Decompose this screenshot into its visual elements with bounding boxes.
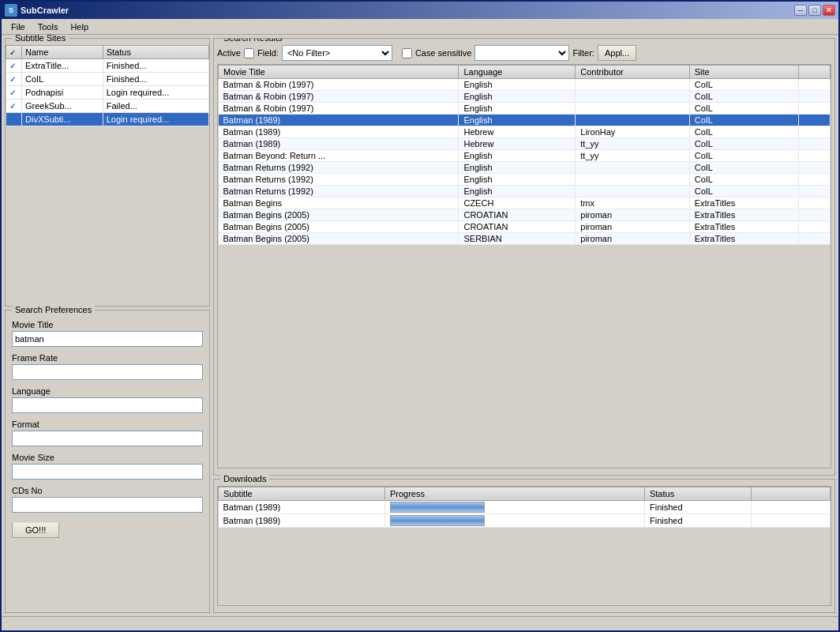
result-title: Batman Begins (2005) [219, 209, 459, 221]
result-title: Batman Begins [219, 198, 459, 209]
col-language: Language [459, 66, 576, 79]
search-results-group: Search Results Active Field: <No Filter>… [213, 38, 835, 476]
download-row[interactable]: Batman (1989) Finished [219, 514, 831, 528]
go-button[interactable]: GO!!! [12, 522, 59, 538]
subtitle-sites-group: Subtitle Sites ✓ Name Status [5, 38, 210, 307]
search-results-title: Search Results [220, 38, 286, 43]
result-language: CROATIAN [459, 209, 576, 221]
col-site: Site [689, 66, 798, 79]
close-button[interactable]: ✕ [823, 5, 835, 16]
sites-row[interactable]: ✓ ExtraTitle... Finished... [6, 59, 209, 73]
active-label: Active [217, 48, 241, 58]
result-site: CoIL [689, 150, 798, 162]
result-language: Hebrew [459, 138, 576, 150]
case-sensitive-checkbox[interactable] [402, 48, 412, 58]
result-row[interactable]: Batman Returns (1992) English CoIL [219, 186, 831, 198]
col-status: Status [103, 46, 208, 59]
active-checkbox[interactable] [244, 48, 254, 58]
result-row[interactable]: Batman (1989) English CoIL [219, 115, 831, 126]
result-site: CoIL [689, 79, 798, 91]
result-language: English [459, 115, 576, 126]
site-name: DivXSubti... [22, 113, 103, 126]
download-status: Finished [644, 514, 751, 528]
result-contributor: tt_yy [576, 150, 689, 162]
sites-row[interactable]: ✓ Podnapisi Login required... [6, 86, 209, 100]
result-extra [799, 233, 831, 245]
maximize-button[interactable]: □ [808, 5, 821, 16]
downloads-table-container[interactable]: Subtitle Progress Status Batman (1989) F… [217, 486, 831, 606]
result-row[interactable]: Batman Begins (2005) SERBIAN piroman Ext… [219, 233, 831, 245]
frame-rate-input[interactable] [12, 364, 203, 380]
result-extra [799, 209, 831, 221]
result-row[interactable]: Batman Begins (2005) CROATIAN piroman Ex… [219, 209, 831, 221]
frame-rate-label: Frame Rate [12, 353, 203, 363]
result-row[interactable]: Batman & Robin (1997) English CoIL [219, 91, 831, 103]
movie-size-label: Movie Size [12, 453, 203, 462]
result-language: Hebrew [459, 126, 576, 138]
menu-bar: File Tools Help [2, 19, 838, 35]
result-row[interactable]: Batman (1989) Hebrew tt_yy CoIL [219, 138, 831, 150]
result-language: SERBIAN [459, 233, 576, 245]
case-filter-select[interactable] [474, 45, 569, 61]
col-name: Name [22, 46, 103, 59]
results-table-container[interactable]: Movie Title Language Contributor Site Ba… [217, 64, 831, 468]
result-extra [799, 79, 831, 91]
result-row[interactable]: Batman Returns (1992) English CoIL [219, 174, 831, 186]
result-row[interactable]: Batman Begins CZECH tmx ExtraTitles [219, 198, 831, 209]
download-extra [752, 501, 831, 514]
col-subtitle: Subtitle [219, 487, 385, 501]
result-site: CoIL [689, 162, 798, 174]
movie-title-input[interactable] [12, 331, 203, 347]
col-contributor: Contributor [576, 66, 689, 79]
apply-filter-button[interactable]: Appl... [598, 45, 636, 61]
result-title: Batman & Robin (1997) [219, 79, 459, 91]
result-contributor: piroman [576, 221, 689, 233]
result-row[interactable]: Batman Returns (1992) English CoIL [219, 162, 831, 174]
downloads-group: Downloads Subtitle Progress Status [213, 479, 835, 613]
result-contributor: tmx [576, 198, 689, 209]
result-row[interactable]: Batman & Robin (1997) English CoIL [219, 79, 831, 91]
movie-size-input[interactable] [12, 464, 203, 480]
result-row[interactable]: Batman & Robin (1997) English CoIL [219, 103, 831, 115]
download-subtitle: Batman (1989) [219, 501, 385, 514]
result-row[interactable]: Batman (1989) Hebrew LironHay CoIL [219, 126, 831, 138]
col-movie-title: Movie Title [219, 66, 459, 79]
language-input[interactable] [12, 397, 203, 413]
cds-no-label: CDs No [12, 486, 203, 495]
search-prefs-title: Search Preferences [12, 305, 95, 314]
menu-file[interactable]: File [5, 21, 32, 33]
result-language: English [459, 150, 576, 162]
result-row[interactable]: Batman Begins (2005) CROATIAN piroman Ex… [219, 221, 831, 233]
main-window: S SubCrawler ─ □ ✕ File Tools Help Subti… [0, 0, 840, 632]
result-title: Batman (1989) [219, 126, 459, 138]
download-row[interactable]: Batman (1989) Finished [219, 501, 831, 514]
menu-tools[interactable]: Tools [32, 21, 65, 33]
cds-no-input[interactable] [12, 497, 203, 513]
frame-rate-group: Frame Rate [12, 353, 203, 380]
result-contributor: piroman [576, 233, 689, 245]
site-name: CoIL [22, 73, 103, 86]
field-label: Field: [257, 48, 279, 58]
result-title: Batman Returns (1992) [219, 162, 459, 174]
search-prefs-group: Search Preferences Movie Title Frame Rat… [5, 310, 210, 613]
field-select[interactable]: <No Filter> [282, 45, 392, 61]
site-name: Podnapisi [22, 86, 103, 100]
result-extra [799, 138, 831, 150]
minimize-button[interactable]: ─ [794, 5, 807, 16]
sites-row[interactable]: ✓ DivXSubti... Login required... [6, 113, 209, 126]
result-row[interactable]: Batman Beyond: Return ... English tt_yy … [219, 150, 831, 162]
downloads-table: Subtitle Progress Status Batman (1989) F… [218, 487, 831, 528]
menu-help[interactable]: Help [64, 21, 95, 33]
sites-row[interactable]: ✓ CoIL Finished... [6, 73, 209, 86]
right-panel: Search Results Active Field: <No Filter>… [213, 38, 835, 613]
subtitle-sites-table: ✓ Name Status ✓ ExtraTitle... Finished..… [6, 45, 209, 126]
col-check: ✓ [6, 46, 22, 59]
format-input[interactable] [12, 431, 203, 446]
site-checkbox-cell: ✓ [6, 86, 22, 100]
main-content: Subtitle Sites ✓ Name Status [2, 35, 838, 616]
col-extra [799, 66, 831, 79]
download-extra [752, 514, 831, 528]
sites-row[interactable]: ✓ GreekSub... Failed... [6, 100, 209, 113]
site-checkbox-cell: ✓ [6, 73, 22, 86]
result-language: English [459, 79, 576, 91]
